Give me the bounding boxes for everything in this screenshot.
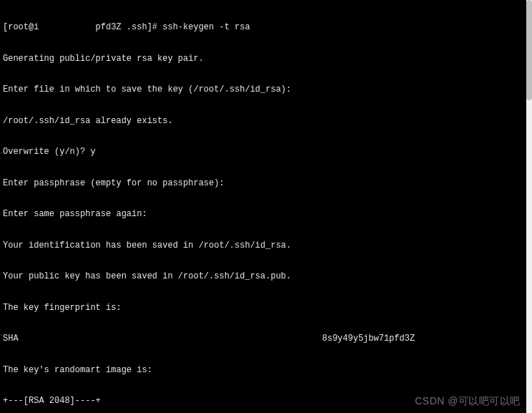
scrollbar-track[interactable] — [526, 0, 532, 413]
terminal-line: Enter same passphrase again: — [3, 209, 523, 220]
scrollbar-thumb[interactable] — [526, 0, 532, 100]
terminal-line: SHA 8s9y49y5jbw71pfd3Z — [3, 334, 523, 344]
terminal-line: /root/.ssh/id_rsa already exists. — [3, 116, 523, 127]
terminal-line: The key fingerprint is: — [3, 303, 523, 314]
terminal-window[interactable]: [root@i pfd3Z .ssh]# ssh-keygen -t rsa G… — [0, 0, 526, 413]
terminal-line: Your identification has been saved in /r… — [3, 240, 523, 251]
terminal-line: +---[RSA 2048]----+ — [3, 396, 523, 407]
terminal-line: The key's randomart image is: — [3, 365, 523, 376]
terminal-line: Enter file in which to save the key (/ro… — [3, 84, 523, 95]
terminal-line: Enter passphrase (empty for no passphras… — [3, 178, 523, 189]
terminal-line: Generating public/private rsa key pair. — [3, 54, 523, 64]
terminal-line: Overwrite (y/n)? y — [3, 147, 523, 157]
terminal-line: [root@i pfd3Z .ssh]# ssh-keygen -t rsa — [3, 22, 523, 33]
terminal-line: Your public key has been saved in /root/… — [3, 271, 523, 282]
